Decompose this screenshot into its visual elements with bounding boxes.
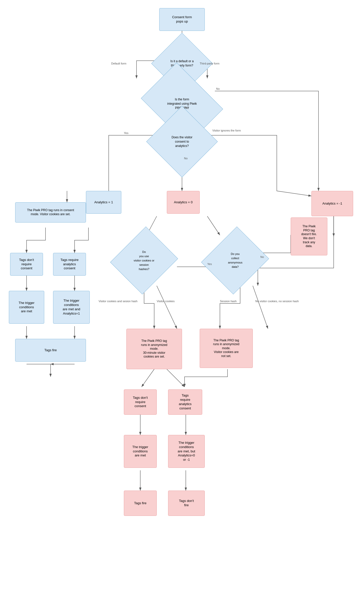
trigger-met-analytics1-node: The trigger conditions are met and Analy… (53, 291, 90, 324)
piwik-anon-no-cookies-label: The Piwik PRO tag runs in anonymized mod… (213, 339, 239, 358)
trigger-met-but-b2-node: The trigger conditions are met, but Anal… (168, 435, 205, 468)
flowchart-diagram: Consent form pops up Is it a default or … (0, 0, 364, 595)
label-no-integrated: No (216, 87, 220, 90)
tags-no-consent-node: Tags don't require consent (10, 253, 43, 276)
label-no-consent: No (184, 157, 188, 160)
label-no-anon: No (260, 255, 264, 258)
tags-fire-left-node: Tags fire (15, 339, 86, 362)
label-visitor-cookies: Visitor cookies (157, 300, 175, 303)
consent-form-label: Consent form pops up (172, 15, 192, 24)
tags-require-consent-b-node: Tags require analytics consent (168, 389, 202, 415)
tags-no-consent-b-label: Tags don't require consent (133, 396, 148, 409)
tags-dont-fire-b2-label: Tags don't fire (179, 499, 194, 508)
tags-dont-fire-b2-node: Tags don't fire (168, 491, 205, 516)
trigger-met-label: The trigger conditions are met (19, 301, 35, 314)
tags-require-consent-label: Tags require analytics consent (60, 258, 79, 271)
label-visitor-ignores: Visitor ignores the form (212, 129, 241, 132)
tags-fire-left-label: Tags fire (44, 348, 57, 352)
analytics-neg1-node: Analytics = -1 (311, 191, 353, 216)
consent-form-node: Consent form pops up (159, 8, 205, 31)
piwik-consent-mode-label: The Piwik PRO tag runs in consent mode. … (27, 208, 74, 216)
analytics-0-node: Analytics = 0 (167, 191, 200, 214)
trigger-met-but-b2-label: The trigger conditions are met, but Anal… (178, 441, 195, 462)
analytics-neg1-label: Analytics = -1 (322, 202, 342, 206)
analytics-0-label: Analytics = 0 (174, 200, 193, 205)
label-default-form: Default form (111, 62, 126, 65)
svg-line-11 (142, 369, 154, 387)
piwik-no-fire-node: The Piwik PRO tag doesn't fire. We don't… (291, 217, 327, 255)
diamond-visitor-cookies: Do you use visitor cookies or session ha… (110, 227, 178, 295)
label-yes-integrated: Yes (184, 106, 189, 109)
diamond-visitor-cookies-label: Do you use visitor cookies or session ha… (134, 250, 154, 271)
piwik-anon-no-cookies-node: The Piwik PRO tag runs in anonymized mod… (200, 329, 253, 368)
diamond-collect-anon: Do you collect anonymous data? (201, 227, 269, 295)
label-yes-consent: Yes (124, 131, 128, 135)
tags-fire-b1-label: Tags fire (134, 501, 146, 505)
svg-line-12 (167, 369, 185, 387)
piwik-anon-30min-node: The Piwik PRO tag runs in anonymized mod… (126, 329, 182, 369)
label-third-party-form: Third-party form (200, 62, 219, 65)
diamond-visitor-consent-label: Does the visitor consent to analytics? (172, 136, 193, 148)
tags-fire-b1-node: Tags fire (124, 491, 157, 516)
tags-require-consent-node: Tags require analytics consent (53, 253, 86, 276)
tags-require-consent-b-label: Tags require analytics consent (179, 393, 192, 411)
tags-no-consent-b-node: Tags don't require consent (124, 389, 157, 415)
diamond-collect-anon-label: Do you collect anonymous data? (228, 252, 242, 268)
trigger-met-node: The trigger conditions are met (9, 291, 44, 324)
analytics-1-label: Analytics = 1 (94, 200, 113, 205)
trigger-met-analytics1-label: The trigger conditions are met and Analy… (63, 299, 80, 316)
label-yes-anon: Yes (207, 262, 212, 266)
analytics-1-node: Analytics = 1 (86, 191, 121, 214)
piwik-anon-30min-label: The Piwik PRO tag runs in anonymized mod… (141, 339, 167, 359)
trigger-met-b1-node: The trigger conditions are met (124, 435, 157, 468)
piwik-consent-mode-node: The Piwik PRO tag runs in consent mode. … (15, 202, 86, 223)
trigger-met-b1-label: The trigger conditions are met (132, 445, 148, 458)
tags-no-consent-label: Tags don't require consent (19, 258, 34, 271)
label-visitor-cookies-session: Visitor cookies and sesion hash (99, 300, 138, 303)
piwik-no-fire-label: The Piwik PRO tag doesn't fire. We don't… (301, 225, 317, 248)
label-session-hash: Session hash (220, 300, 237, 303)
label-no-cookies-no-hash: No visitor cookies, no session hash (255, 300, 299, 303)
